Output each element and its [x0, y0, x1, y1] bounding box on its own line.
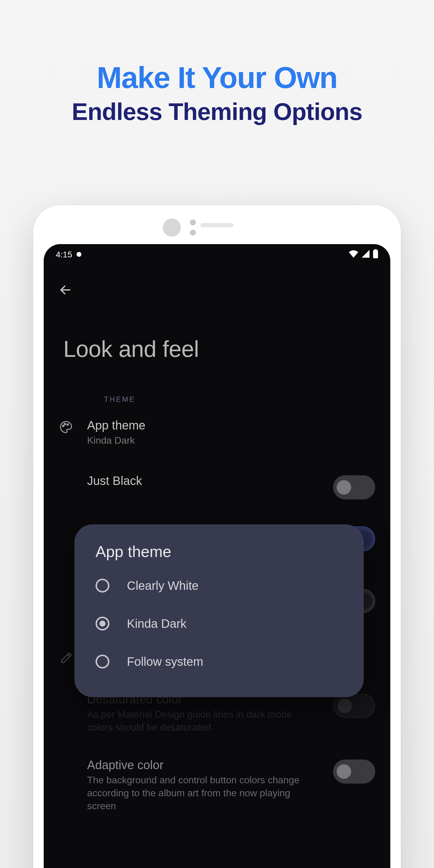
radio-option-follow-system[interactable]: Follow system [96, 643, 346, 681]
setting-app-theme[interactable]: App theme Kinda Dark [44, 404, 390, 447]
promo-title: Make It Your Own [0, 60, 434, 95]
notification-dot-icon [76, 250, 82, 259]
status-time: 4:15 [56, 250, 72, 259]
battery-icon [373, 249, 378, 260]
phone-frame: 4:15 Look and feel [33, 205, 401, 868]
radio-option-kinda-dark[interactable]: Kinda Dark [96, 604, 346, 643]
radio-label: Clearly White [127, 579, 198, 592]
svg-point-5 [64, 424, 66, 425]
sensor-dots [190, 219, 196, 236]
promo-subtitle: Endless Theming Options [0, 98, 434, 126]
eyedropper-icon [59, 650, 73, 664]
palette-icon [59, 418, 73, 434]
cellular-signal-icon [361, 250, 370, 260]
setting-title: Just Black [87, 474, 319, 488]
svg-point-6 [67, 424, 68, 425]
setting-subtitle: As per Material Design guide lines in da… [87, 708, 304, 734]
page-title: Look and feel [44, 297, 390, 362]
svg-rect-2 [374, 249, 377, 250]
svg-point-0 [76, 252, 82, 257]
toggle-adaptive[interactable] [333, 760, 375, 784]
setting-subtitle: The background and control button colors… [87, 774, 304, 813]
radio-icon [96, 579, 110, 592]
camera-dot [163, 218, 181, 237]
svg-rect-1 [373, 250, 378, 258]
app-theme-dialog: App theme Clearly White Kinda Dark Follo… [74, 524, 364, 697]
svg-point-4 [62, 425, 64, 427]
setting-title: App theme [87, 418, 375, 432]
status-bar: 4:15 [44, 244, 390, 262]
back-button[interactable] [59, 283, 72, 297]
setting-subtitle: Kinda Dark [87, 434, 304, 447]
wifi-icon [349, 250, 358, 260]
radio-icon [96, 655, 110, 669]
setting-adaptive[interactable]: Adaptive color The background and contro… [44, 734, 390, 813]
setting-title: Adaptive color [87, 758, 319, 772]
promo-header: Make It Your Own Endless Theming Options [0, 0, 434, 126]
radio-label: Kinda Dark [127, 617, 187, 630]
setting-just-black[interactable]: Just Black [44, 447, 390, 499]
toggle-just-black[interactable] [333, 475, 375, 499]
radio-icon-selected [96, 617, 110, 630]
radio-option-clearly-white[interactable]: Clearly White [96, 567, 346, 604]
phone-screen: 4:15 Look and feel [44, 244, 390, 868]
toggle-desaturated[interactable] [333, 694, 375, 718]
radio-label: Follow system [127, 655, 203, 669]
section-label-theme: THEME [44, 362, 390, 404]
dialog-title: App theme [96, 542, 346, 561]
speaker-slot [200, 223, 234, 227]
